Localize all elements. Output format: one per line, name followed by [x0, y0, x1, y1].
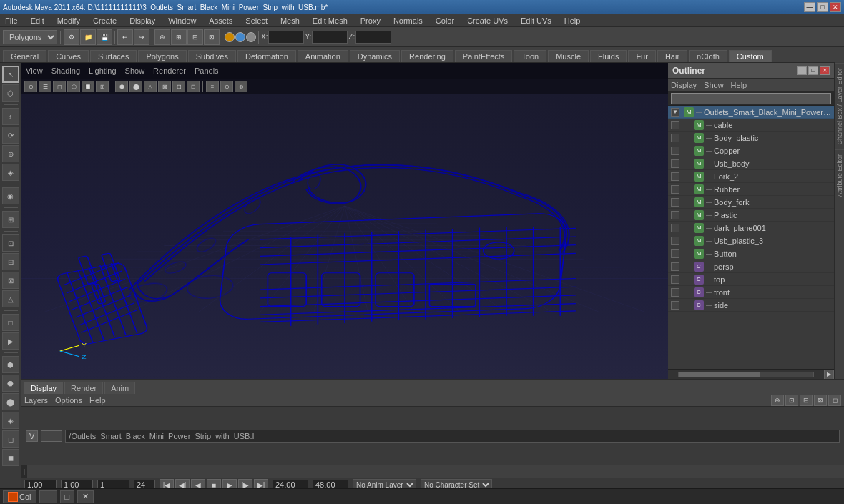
outliner-menu-show[interactable]: Show [704, 81, 724, 89]
tab-fluids[interactable]: Fluids [590, 50, 627, 62]
taskbar-maximize[interactable]: □ [60, 490, 75, 503]
outliner-checkbox-usb_plastic_3[interactable] [671, 237, 679, 245]
vp-btn-3[interactable]: ◻ [53, 81, 66, 92]
timeline-ruler[interactable]: | [21, 465, 844, 478]
vp-btn-1[interactable]: ⊕ [24, 81, 37, 92]
outliner-checkbox-button[interactable] [671, 249, 679, 258]
snap-point[interactable]: ⊠ [2, 272, 19, 289]
misc-3[interactable]: ⬤ [2, 393, 19, 410]
toolbar-btn-3[interactable]: 💾 [97, 29, 112, 45]
layer-icon-5[interactable]: ◻ [828, 395, 841, 406]
outliner-checkbox-body_plastic[interactable] [671, 134, 679, 142]
b-menu-layers[interactable]: Layers [24, 396, 48, 405]
render-btn[interactable]: ▶ [2, 332, 19, 350]
vp-menu-show[interactable]: Show [125, 66, 145, 75]
outliner-item-front[interactable]: C—front [668, 286, 834, 299]
b-menu-options[interactable]: Options [55, 396, 82, 405]
outliner-item-body_fork[interactable]: M—Body_fork [668, 196, 834, 209]
outliner-checkbox-copper[interactable] [671, 147, 679, 155]
outliner-item-usb_plastic_3[interactable]: M—Usb_plastic_3 [668, 234, 834, 247]
mode-dropdown[interactable]: Polygons [3, 30, 57, 44]
menu-item-file[interactable]: File [3, 16, 20, 26]
taskbar-close[interactable]: ✕ [77, 490, 94, 503]
canvas-area[interactable]: Y Z [21, 94, 668, 379]
outliner-checkbox-front[interactable] [671, 288, 679, 297]
x-input[interactable] [268, 31, 304, 44]
paint-select-tool[interactable]: ⬡ [2, 84, 19, 102]
outliner-item-dark_plane001[interactable]: M—dark_plane001 [668, 222, 834, 234]
outliner-maximize-btn[interactable]: □ [808, 66, 818, 75]
close-button[interactable]: ✕ [830, 2, 841, 12]
outliner-item-root[interactable]: ▼M—Outlets_Smart_Black_Mini_Power_Strip_ [668, 106, 834, 119]
lighting-btn-2[interactable] [235, 32, 245, 42]
snap-grid[interactable]: ⊡ [2, 234, 19, 252]
outliner-hscrollbar[interactable]: ▶ [668, 369, 834, 379]
layer-icon-1[interactable]: ⊕ [771, 395, 784, 406]
tab-deformation[interactable]: Deformation [237, 50, 296, 62]
outliner-search-input[interactable] [671, 93, 831, 104]
outliner-menu-display[interactable]: Display [671, 81, 697, 89]
tab-fur[interactable]: Fur [628, 50, 656, 62]
channel-box-label[interactable]: Channel Box / Layer Editor [835, 63, 844, 149]
y-input[interactable] [312, 31, 348, 44]
menu-item-mesh[interactable]: Mesh [278, 16, 302, 26]
lighting-btn-3[interactable] [246, 32, 256, 42]
tab-hair[interactable]: Hair [657, 50, 687, 62]
menu-item-select[interactable]: Select [243, 16, 270, 26]
universal-manip[interactable]: ◈ [2, 164, 19, 181]
menu-item-normals[interactable]: Normals [391, 16, 425, 26]
snap-curve[interactable]: ⊟ [2, 253, 19, 270]
select-tool[interactable]: ↖ [2, 66, 19, 83]
outliner-checkbox-usb_body[interactable] [671, 159, 679, 168]
tab-general[interactable]: General [3, 50, 46, 62]
show-manip[interactable]: ⊞ [2, 211, 19, 228]
outliner-item-plastic[interactable]: M—Plastic [668, 209, 834, 222]
b-menu-help[interactable]: Help [89, 396, 106, 405]
menu-item-modify[interactable]: Modify [55, 16, 82, 26]
tab-anim[interactable]: Anim [104, 382, 135, 394]
taskbar-minimize[interactable]: — [39, 490, 57, 503]
snap-btn-4[interactable]: ⊠ [204, 29, 220, 45]
menu-item-display[interactable]: Display [127, 16, 157, 26]
menu-item-proxy[interactable]: Proxy [358, 16, 383, 26]
menu-item-create[interactable]: Create [91, 16, 119, 26]
vp-btn-8[interactable]: ⬤ [129, 81, 142, 92]
move-tool[interactable]: ↕ [2, 108, 19, 125]
outliner-checkbox-plastic[interactable] [671, 211, 679, 219]
misc-1[interactable]: ⬢ [2, 356, 19, 373]
outliner-item-persp[interactable]: C—persp [668, 260, 834, 273]
snap-btn-1[interactable]: ⊕ [154, 29, 170, 45]
outliner-item-top[interactable]: C—top [668, 273, 834, 286]
outliner-item-body_plastic[interactable]: M—Body_plastic [668, 132, 834, 144]
outliner-minimize-btn[interactable]: — [797, 66, 807, 75]
outliner-menu-help[interactable]: Help [731, 81, 747, 89]
vp-btn-10[interactable]: ⊠ [158, 81, 171, 92]
tab-painteffects[interactable]: PaintEffects [455, 50, 513, 62]
vp-menu-lighting[interactable]: Lighting [89, 66, 117, 75]
tab-custom[interactable]: Custom [729, 50, 772, 62]
menu-item-assets[interactable]: Assets [207, 16, 235, 26]
toolbar-btn-5[interactable]: ↪ [134, 29, 149, 45]
outliner-checkbox-cable[interactable] [671, 121, 679, 129]
vp-menu-shading[interactable]: Shading [51, 66, 80, 75]
layer-icon-4[interactable]: ⊠ [814, 395, 827, 406]
outliner-checkbox-side[interactable] [671, 301, 679, 310]
taskbar-app-btn[interactable]: Col [3, 490, 36, 503]
toolbar-btn-4[interactable]: ↩ [117, 29, 133, 45]
misc-4[interactable]: ◈ [2, 412, 19, 429]
tab-animation[interactable]: Animation [298, 50, 348, 62]
menu-item-edit-uvs[interactable]: Edit UVs [519, 16, 554, 26]
outliner-checkbox-body_fork[interactable] [671, 198, 679, 207]
snap-btn-3[interactable]: ⊟ [187, 29, 203, 45]
tab-surfaces[interactable]: Surfaces [90, 50, 137, 62]
vp-menu-view[interactable]: View [26, 66, 43, 75]
menu-item-edit[interactable]: Edit [29, 16, 46, 26]
menu-item-help[interactable]: Help [562, 16, 583, 26]
attribute-editor-label[interactable]: Attribute Editor [835, 149, 844, 202]
vp-menu-panels[interactable]: Panels [195, 66, 219, 75]
visibility-indicator[interactable]: V [26, 430, 38, 442]
outliner-item-rubber[interactable]: M—Rubber [668, 183, 834, 196]
soft-select[interactable]: ◉ [2, 187, 19, 204]
vp-btn-6[interactable]: ⊞ [96, 81, 109, 92]
viewport[interactable]: View Shading Lighting Show Renderer Pane… [21, 63, 668, 379]
